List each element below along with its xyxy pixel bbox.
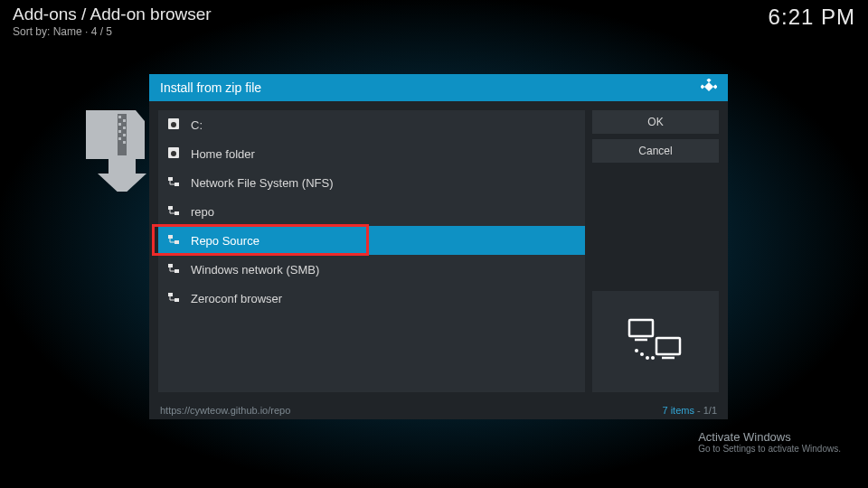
windows-watermark: Activate Windows Go to Settings to activ… bbox=[698, 430, 841, 454]
svg-rect-23 bbox=[168, 264, 173, 267]
svg-rect-24 bbox=[175, 269, 179, 273]
svg-rect-11 bbox=[713, 84, 717, 89]
svg-rect-17 bbox=[168, 177, 173, 181]
file-row-label: Windows network (SMB) bbox=[191, 263, 319, 277]
svg-rect-20 bbox=[175, 211, 179, 215]
header: Add-ons / Add-on browser Sort by: Name ·… bbox=[13, 5, 855, 38]
svg-rect-27 bbox=[629, 320, 653, 336]
side-pane: OK Cancel bbox=[592, 110, 719, 392]
svg-point-34 bbox=[651, 356, 655, 360]
network-computers-icon bbox=[624, 314, 687, 369]
watermark-subtitle: Go to Settings to activate Windows. bbox=[698, 444, 841, 454]
network-icon bbox=[167, 175, 180, 191]
watermark-title: Activate Windows bbox=[698, 430, 841, 444]
network-icon bbox=[167, 233, 180, 249]
svg-rect-9 bbox=[706, 79, 711, 82]
file-row-label: repo bbox=[191, 205, 214, 219]
footer-count: 7 items - 1/1 bbox=[662, 405, 717, 416]
cancel-button[interactable]: Cancel bbox=[592, 139, 719, 163]
breadcrumb: Add-ons / Add-on browser bbox=[13, 5, 212, 24]
kodi-logo-icon bbox=[701, 79, 717, 98]
network-icon bbox=[167, 204, 180, 220]
file-row-label: Home folder bbox=[191, 147, 255, 161]
file-row-label: Zeroconf browser bbox=[191, 292, 282, 305]
disk-icon bbox=[167, 117, 180, 133]
svg-rect-21 bbox=[168, 235, 173, 239]
file-row[interactable]: Windows network (SMB) bbox=[158, 255, 585, 284]
file-row[interactable]: Repo Source bbox=[158, 226, 585, 255]
dialog-footer: https://cywteow.github.io/repo 7 items -… bbox=[149, 401, 728, 419]
file-row-label: C: bbox=[191, 118, 203, 132]
network-icon bbox=[167, 291, 180, 306]
svg-point-33 bbox=[646, 356, 649, 360]
svg-point-16 bbox=[171, 151, 176, 156]
file-list: C:Home folderNetwork File System (NFS)re… bbox=[158, 110, 585, 392]
svg-rect-25 bbox=[168, 293, 173, 296]
file-row-label: Repo Source bbox=[191, 234, 259, 248]
svg-rect-8 bbox=[123, 141, 126, 144]
install-zip-dialog: Install from zip file C:Home folderNetwo… bbox=[149, 74, 728, 419]
svg-rect-1 bbox=[118, 116, 121, 118]
sort-info: Sort by: Name · 4 / 5 bbox=[13, 25, 212, 38]
file-row[interactable]: Home folder bbox=[158, 139, 585, 168]
svg-rect-5 bbox=[118, 130, 121, 133]
svg-rect-12 bbox=[704, 81, 713, 90]
svg-point-14 bbox=[171, 122, 176, 127]
disk-icon bbox=[167, 146, 180, 162]
preview-pane bbox=[592, 291, 719, 392]
svg-rect-10 bbox=[701, 84, 704, 89]
footer-path: https://cywteow.github.io/repo bbox=[160, 405, 290, 416]
file-row[interactable]: Network File System (NFS) bbox=[158, 168, 585, 197]
network-icon bbox=[167, 262, 180, 277]
svg-rect-22 bbox=[175, 240, 179, 244]
dialog-title-bar: Install from zip file bbox=[149, 74, 728, 101]
svg-rect-6 bbox=[123, 134, 126, 136]
clock: 6:21 PM bbox=[769, 5, 855, 30]
svg-rect-7 bbox=[118, 137, 121, 140]
zip-file-icon bbox=[86, 110, 149, 192]
svg-point-32 bbox=[640, 352, 644, 356]
file-row[interactable]: Zeroconf browser bbox=[158, 284, 585, 313]
svg-rect-26 bbox=[175, 298, 179, 302]
svg-rect-4 bbox=[123, 127, 126, 129]
dialog-title: Install from zip file bbox=[160, 80, 261, 95]
ok-button[interactable]: OK bbox=[592, 110, 719, 134]
file-row[interactable]: repo bbox=[158, 197, 585, 226]
svg-rect-2 bbox=[123, 119, 126, 122]
file-row[interactable]: C: bbox=[158, 110, 585, 139]
svg-point-31 bbox=[635, 349, 638, 352]
svg-rect-19 bbox=[168, 206, 173, 210]
svg-rect-3 bbox=[118, 123, 121, 126]
svg-rect-29 bbox=[656, 338, 680, 354]
svg-rect-18 bbox=[175, 183, 179, 186]
file-row-label: Network File System (NFS) bbox=[191, 176, 333, 190]
